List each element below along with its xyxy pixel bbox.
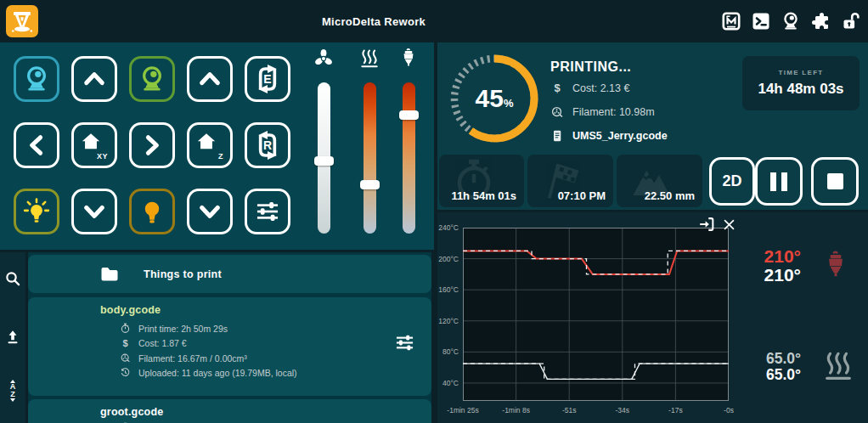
webcam-icon [138,65,166,93]
sort-az-icon[interactable]: A Z [4,380,21,398]
hotend-temp-slider [396,48,421,234]
jog-left-button[interactable] [14,122,59,168]
series-bed-target [463,364,729,379]
filament-icon [120,352,131,364]
unlock-icon[interactable] [840,11,860,31]
home-xy-button[interactable]: XY [71,122,117,168]
cost-value: Cost: 2.13 € [572,82,629,94]
jog-up-button[interactable] [71,56,117,102]
x-tick: -0s [724,406,734,415]
hotend-slider-handle[interactable] [399,110,419,120]
bed-slider-handle[interactable] [360,180,380,189]
printing-file-row: UMS5_Jerry.gcode [550,129,668,143]
x-tick: -51s [562,406,577,415]
upload-icon[interactable] [4,329,21,347]
light-on-button[interactable] [14,189,59,234]
y-tick: 80°C [442,347,459,356]
folder-label: Things to print [144,268,222,280]
bed-slider-track[interactable] [364,82,376,234]
z-down-button[interactable] [187,189,233,234]
retract-button[interactable]: R [245,122,290,168]
hotend-slider-track[interactable] [403,82,415,234]
stop-button[interactable] [811,157,859,206]
jog-right-button[interactable] [129,122,175,168]
fan-icon [313,48,335,70]
elapsed-time-box: 11h 54m 01s [439,155,524,207]
fan-slider [311,48,336,234]
view-2d-button[interactable]: 2D [709,157,755,206]
home-icon [80,131,102,153]
file-browser-panel: A Z Things to print body.gcode Print tim… [0,252,434,423]
cost-row: $ Cost: 2.13 € [550,82,629,94]
light-2-button[interactable] [129,189,175,234]
bed-actual-temp: 65.0° [736,366,801,384]
print-status-panel: 45 % PRINTING... $ Cost: 2.13 € Filament… [437,42,868,210]
elapsed-time-value: 11h 54m 01s [451,189,516,202]
terminal-icon[interactable] [751,11,771,31]
y-tick: 200°C [438,255,459,263]
temperature-chart: 240°C 200°C 160°C 120°C 80°C 40°C -1min … [463,228,729,401]
filament-icon [550,105,564,119]
x-tick: -1min 8s [502,406,530,415]
time-left-label: TIME LEFT [778,69,823,76]
temperature-chart-panel: 240°C 200°C 160°C 120°C 80°C 40°C -1min … [437,212,868,423]
sort-letter-z: Z [10,391,15,398]
chevron-right-icon [138,131,166,160]
webcam-1-button[interactable] [14,56,59,102]
page-title: MicroDelta Rework [0,0,747,42]
webcam-icon[interactable] [781,11,801,31]
home-z-label: Z [218,152,223,161]
filament-value: Filament: 10.98m [572,106,655,118]
close-chart-icon[interactable] [722,217,736,232]
stopwatch-icon [120,323,131,334]
file-name: body.gcode [100,304,161,316]
hotend-target-temp: 210° [736,246,801,267]
x-tick: -34s [616,406,630,415]
progress-percent: 45 % [448,52,541,145]
extrude-label: E [263,72,271,86]
gcode-viewer-icon[interactable] [721,11,741,31]
folder-row[interactable]: Things to print [28,255,431,293]
finish-time-value: 07:10 PM [558,189,606,202]
jog-down-button[interactable] [71,189,117,234]
hotend-actual-temp: 210° [736,265,801,285]
series-bed-actual [463,364,729,379]
print-time-row: Print time: 2h 50m 29s [120,323,228,334]
motion-settings-button[interactable] [245,189,290,234]
search-icon[interactable] [4,270,21,289]
bed-temp-slider [357,48,382,234]
cost-icon: $ [550,82,564,94]
printing-file-name: UMS5_Jerry.gcode [572,130,668,142]
temperature-plot [463,228,729,401]
stop-icon [827,173,843,189]
extrude-button[interactable]: E [245,56,290,102]
cost-row: $ Cost: 1.87 € [120,338,187,348]
light-icon [138,197,166,226]
webcam-2-button[interactable] [129,56,175,102]
heated-bed-icon [821,347,855,386]
app: MicroDelta Rework E XY [0,0,868,423]
z-up-button[interactable] [187,56,233,102]
webcam-icon [22,65,51,93]
jog-button-grid: E XY Z R [14,56,290,234]
finish-time-box: 07:10 PM [527,155,613,207]
plugins-icon[interactable] [810,11,831,31]
bed-target-temp: 65.0° [736,350,801,368]
export-chart-icon[interactable] [697,215,716,234]
series-hotend-actual [463,251,729,274]
home-z-button[interactable]: Z [187,122,233,168]
file-item-body[interactable]: body.gcode Print time: 2h 50m 29s $ Cost… [28,297,431,396]
home-xy-label: XY [97,152,108,161]
heated-bed-icon [358,48,380,70]
file-settings-icon[interactable] [393,331,416,354]
file-item-groot[interactable]: groot.gcode Print time: 41m 07s [28,399,431,423]
file-list: Things to print body.gcode Print time: 2… [28,252,431,423]
fan-slider-handle[interactable] [314,156,334,166]
x-tick: -17s [668,406,683,415]
time-left-value: 14h 48m 03s [758,81,843,98]
progress-ring: 45 % [448,52,541,145]
retract-label: R [263,138,272,152]
chevron-up-icon [80,65,109,93]
pause-button[interactable] [755,157,803,206]
fan-slider-track[interactable] [318,82,330,234]
